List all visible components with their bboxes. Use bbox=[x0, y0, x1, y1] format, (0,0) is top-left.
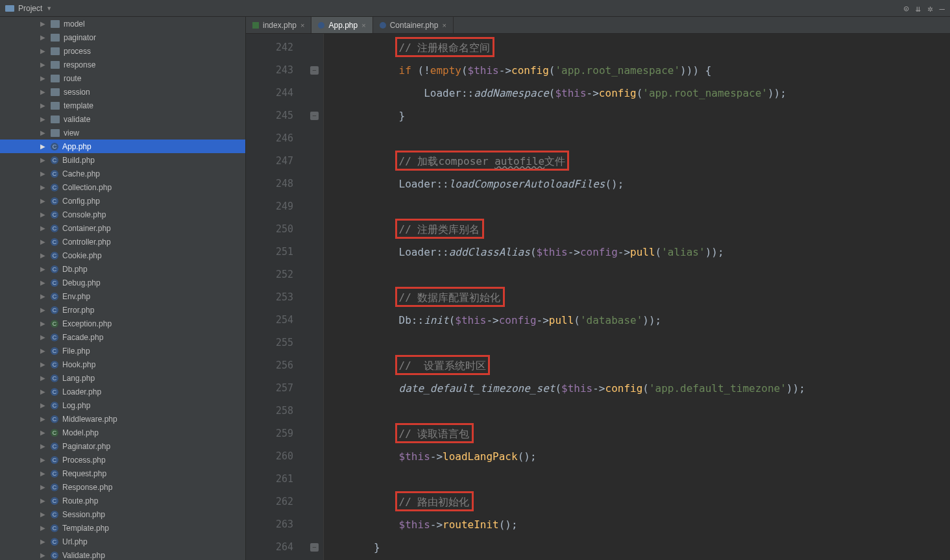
line-number: 248 bbox=[246, 173, 293, 195]
tree-file[interactable]: ▶CLoader.php bbox=[0, 385, 245, 398]
php-file-icon: C bbox=[51, 306, 58, 314]
line-gutter: 2422432442452462472482492502512522532542… bbox=[246, 34, 308, 560]
tree-item-label: Cache.php bbox=[62, 169, 100, 178]
editor-tab[interactable]: index.php× bbox=[246, 17, 311, 33]
chevron-right-icon: ▶ bbox=[40, 415, 45, 422]
gear-icon[interactable]: ✲ bbox=[927, 3, 932, 14]
tree-item-label: Model.php bbox=[62, 428, 99, 437]
php-file-icon: C bbox=[51, 402, 58, 409]
tree-item-label: Debug.php bbox=[62, 278, 101, 287]
tree-file[interactable]: ▶CSession.php bbox=[0, 507, 245, 521]
tree-folder[interactable]: ▶paginator bbox=[0, 30, 245, 44]
editor-tab[interactable]: App.php× bbox=[311, 17, 372, 33]
php-file-icon: C bbox=[51, 320, 58, 328]
tree-file[interactable]: ▶CTemplate.php bbox=[0, 521, 245, 535]
close-icon[interactable]: × bbox=[442, 21, 446, 29]
tree-file[interactable]: ▶CPaginator.php bbox=[0, 439, 245, 453]
line-number: 252 bbox=[246, 263, 293, 286]
tree-item-label: paginator bbox=[64, 33, 96, 42]
tree-file[interactable]: ▶CCookie.php bbox=[0, 249, 245, 262]
tree-folder[interactable]: ▶route bbox=[0, 71, 245, 85]
tree-file[interactable]: ▶CRoute.php bbox=[0, 494, 245, 507]
tree-folder[interactable]: ▶response bbox=[0, 58, 245, 71]
tree-file[interactable]: ▶CValidate.php bbox=[0, 548, 245, 560]
tree-file[interactable]: ▶CLog.php bbox=[0, 398, 245, 412]
tree-item-label: model bbox=[64, 19, 85, 29]
chevron-right-icon: ▶ bbox=[40, 470, 45, 477]
tree-folder[interactable]: ▶validate bbox=[0, 112, 245, 126]
chevron-right-icon: ▶ bbox=[40, 483, 45, 491]
tree-file[interactable]: ▶CLang.php bbox=[0, 371, 245, 385]
tree-file[interactable]: ▶CHook.php bbox=[0, 358, 245, 371]
php-file-icon: C bbox=[51, 456, 58, 464]
tree-file[interactable]: ▶CEnv.php bbox=[0, 289, 245, 303]
tree-file[interactable]: ▶CModel.php bbox=[0, 426, 245, 439]
tree-file[interactable]: ▶CFile.php bbox=[0, 344, 245, 358]
tree-file[interactable]: ▶CCache.php bbox=[0, 167, 245, 180]
folder-icon bbox=[51, 61, 60, 69]
tree-file[interactable]: ▶CResponse.php bbox=[0, 480, 245, 494]
php-file-icon: C bbox=[51, 225, 58, 232]
code-content[interactable]: // 注册根命名空间 if (!empty($this->config('app… bbox=[324, 34, 950, 560]
tree-item-label: Template.php bbox=[62, 524, 109, 533]
chevron-right-icon: ▶ bbox=[40, 34, 45, 41]
php-file-icon: C bbox=[51, 347, 58, 355]
fold-marker-icon[interactable]: – bbox=[310, 112, 319, 120]
php-file-icon: C bbox=[51, 415, 58, 423]
target-icon[interactable]: ⊙ bbox=[903, 3, 908, 14]
tree-folder[interactable]: ▶session bbox=[0, 85, 245, 99]
tree-item-label: Request.php bbox=[62, 469, 106, 478]
minimize-icon[interactable]: — bbox=[940, 3, 945, 14]
chevron-right-icon: ▶ bbox=[40, 225, 45, 232]
tree-item-label: session bbox=[64, 88, 90, 97]
tree-file[interactable]: ▶CRequest.php bbox=[0, 467, 245, 480]
tree-file[interactable]: ▶CProcess.php bbox=[0, 453, 245, 467]
tree-file[interactable]: ▶CBuild.php bbox=[0, 153, 245, 167]
tree-file[interactable]: ▶CUrl.php bbox=[0, 535, 245, 548]
line-number: 258 bbox=[246, 400, 293, 422]
php-file-icon: C bbox=[51, 443, 58, 450]
chevron-right-icon: ▶ bbox=[40, 443, 45, 450]
tree-item-label: Error.php bbox=[62, 306, 94, 315]
php-file-icon: C bbox=[51, 197, 58, 205]
editor-tab[interactable]: Container.php× bbox=[373, 17, 454, 33]
tree-item-label: Db.php bbox=[62, 265, 88, 274]
close-icon[interactable]: × bbox=[361, 21, 365, 29]
tree-folder[interactable]: ▶view bbox=[0, 126, 245, 140]
tree-file[interactable]: ▶CContainer.php bbox=[0, 221, 245, 235]
tree-item-label: Facade.php bbox=[62, 333, 103, 342]
tree-item-label: view bbox=[64, 128, 79, 138]
line-number: 261 bbox=[246, 468, 293, 491]
collapse-icon[interactable]: ⇊ bbox=[916, 3, 921, 14]
project-tree[interactable]: ▶model▶paginator▶process▶response▶route▶… bbox=[0, 17, 246, 560]
folder-icon bbox=[51, 129, 60, 137]
chevron-right-icon: ▶ bbox=[40, 306, 45, 313]
php-file-icon: C bbox=[51, 552, 58, 559]
project-toolwindow-label[interactable]: Project ▼ bbox=[0, 4, 57, 13]
tree-file[interactable]: ▶CFacade.php bbox=[0, 330, 245, 344]
code-line: if (!empty($this->config('app.root_names… bbox=[324, 59, 950, 82]
tree-file[interactable]: ▶CCollection.php bbox=[0, 180, 245, 194]
tree-file[interactable]: ▶CDb.php bbox=[0, 262, 245, 276]
tree-file[interactable]: ▶CConsole.php bbox=[0, 208, 245, 221]
line-number: 263 bbox=[246, 513, 293, 536]
tree-file[interactable]: ▶CMiddleware.php bbox=[0, 412, 245, 426]
tree-item-label: Url.php bbox=[62, 537, 88, 546]
fold-marker-icon[interactable]: – bbox=[310, 66, 319, 75]
tree-folder[interactable]: ▶template bbox=[0, 99, 245, 112]
tree-file[interactable]: ▶CApp.php bbox=[0, 140, 245, 153]
tree-file[interactable]: ▶CDebug.php bbox=[0, 276, 245, 289]
tree-item-label: template bbox=[64, 101, 93, 110]
tree-item-label: Process.php bbox=[62, 456, 106, 465]
tree-file[interactable]: ▶CException.php bbox=[0, 317, 245, 330]
tree-file[interactable]: ▶CError.php bbox=[0, 303, 245, 317]
chevron-right-icon: ▶ bbox=[40, 116, 45, 123]
tree-file[interactable]: ▶CConfig.php bbox=[0, 194, 245, 208]
tree-item-label: Paginator.php bbox=[62, 442, 110, 451]
tree-folder[interactable]: ▶process bbox=[0, 44, 245, 58]
tree-item-label: Console.php bbox=[62, 210, 106, 219]
tree-folder[interactable]: ▶model bbox=[0, 17, 245, 30]
fold-marker-icon[interactable]: – bbox=[310, 543, 319, 552]
close-icon[interactable]: × bbox=[300, 21, 304, 29]
tree-file[interactable]: ▶CController.php bbox=[0, 235, 245, 249]
